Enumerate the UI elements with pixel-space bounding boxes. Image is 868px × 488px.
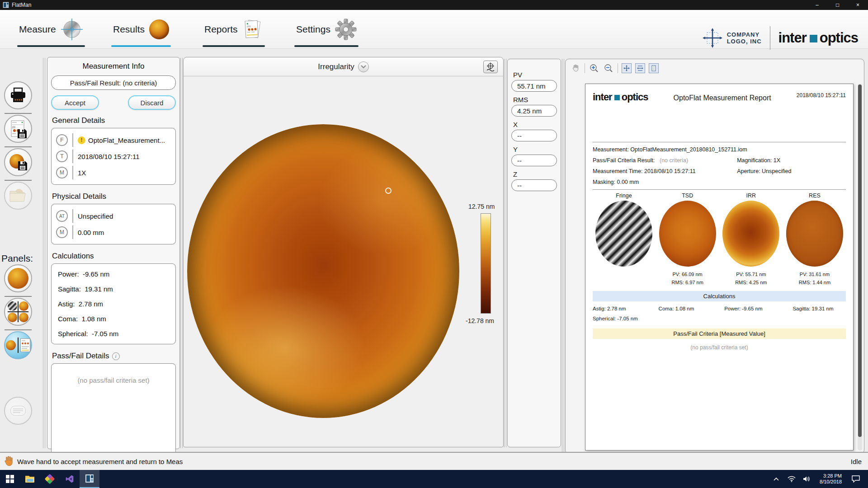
report-passfail-empty: (no pass/fail criteria set) [593, 344, 846, 351]
surface-heatmap[interactable] [187, 124, 459, 418]
panel-single-view-button[interactable] [4, 264, 32, 292]
general-details-heading: General Details [52, 116, 176, 125]
open-measurement-button[interactable] [4, 182, 32, 210]
report-scrollbar[interactable] [858, 84, 862, 450]
remove-tilt-button[interactable] [483, 61, 498, 73]
file-explorer-button[interactable] [20, 470, 40, 488]
fit-width-button[interactable] [635, 63, 645, 73]
readout-rms: RMS 4.25 nm [511, 96, 557, 117]
pan-hand-button[interactable] [570, 63, 581, 74]
close-button[interactable]: × [848, 0, 868, 10]
tray-expand-button[interactable] [770, 470, 783, 488]
chevron-up-icon [774, 477, 779, 481]
open-folder-icon [8, 186, 28, 206]
splitter-info-view[interactable] [180, 58, 183, 448]
maximize-button[interactable]: □ [827, 0, 848, 10]
calc-sagitta: Sagitta: 19.31 nm [58, 282, 169, 296]
report-toolbar [570, 62, 659, 75]
tab-reports[interactable]: Reports [204, 14, 263, 45]
report-calc-spherical: Spherical: -7.05 nm [593, 316, 846, 321]
diamond-app-icon [45, 474, 55, 484]
time-badge: T [56, 150, 68, 162]
system-tray: 3:28 PM 8/10/2018 [770, 470, 868, 488]
defect-ring-marker [385, 188, 392, 194]
builder-app-button[interactable] [40, 470, 60, 488]
report-measurement-line: Measurement: OptoFlatMeasurement_2018081… [593, 144, 846, 155]
report-scrollbar-thumb[interactable] [858, 84, 862, 437]
network-button[interactable] [785, 470, 798, 488]
panel-report-view-button[interactable] [4, 331, 32, 359]
window-titlebar: FlatMan – □ × [0, 0, 868, 10]
notes-panel-button[interactable] [4, 397, 32, 425]
zoom-out-button[interactable] [603, 63, 614, 74]
windows-logo-icon [6, 475, 14, 483]
magnification-badge: M [56, 167, 68, 178]
company-logo-line1: COMPANY [727, 31, 762, 38]
company-logo-icon [702, 27, 723, 49]
actual-size-icon [651, 65, 657, 71]
physical-details-heading: Physical Details [52, 192, 176, 201]
action-center-button[interactable] [848, 470, 863, 488]
taskbar-clock[interactable]: 3:28 PM 8/10/2018 [820, 473, 842, 485]
report-save-icon [9, 119, 28, 138]
results-disc-icon [149, 19, 169, 39]
gear-icon [335, 19, 357, 40]
zoom-in-button[interactable] [589, 63, 599, 74]
window-title: FlatMan [12, 2, 31, 8]
discard-button[interactable]: Discard [128, 95, 176, 110]
report-view-icon [6, 338, 30, 353]
start-button[interactable] [0, 470, 20, 488]
z-value: -- [511, 179, 557, 191]
flatman-taskbar-button[interactable] [80, 470, 99, 488]
target-wave-icon [486, 62, 495, 71]
pv-value: 55.71 nm [511, 80, 557, 92]
volume-button[interactable] [801, 470, 813, 488]
thumb-res: RES PV: 31.61 nmRMS: 1.44 nm [783, 192, 846, 286]
minimize-button[interactable]: – [807, 0, 827, 10]
calculations-box: Power: -9.65 nm Sagitta: 19.31 nm Astig:… [51, 263, 176, 344]
panel-quad-view-button[interactable] [4, 298, 32, 326]
speaker-icon [803, 476, 811, 482]
info-icon[interactable]: i [112, 352, 120, 360]
tab-results[interactable]: Results [113, 14, 169, 45]
view-selector-dropdown[interactable] [358, 61, 369, 72]
x-value: -- [511, 130, 557, 141]
detail-row-magnification: M 1X [56, 164, 171, 181]
company-logo-line2: LOGO, INC [727, 38, 762, 45]
report-time: Measurement Time: 2018/08/10 15:27:11 [593, 166, 737, 177]
readout-y: Y -- [511, 145, 557, 166]
accept-button[interactable]: Accept [51, 95, 99, 110]
y-value: -- [511, 155, 557, 166]
tab-settings[interactable]: Settings [296, 14, 357, 45]
folder-icon [25, 475, 35, 483]
passfail-details-box: (no pass/fail criteria set) [51, 363, 176, 465]
report-calculations-row: Astig: 2.78 nm Coma: 1.08 nm Power: -9.6… [593, 306, 846, 311]
tab-measure[interactable]: Measure [19, 14, 83, 45]
print-button[interactable] [4, 81, 32, 109]
splitter-view-readouts[interactable] [504, 59, 506, 447]
splitter-readouts-report[interactable] [562, 59, 564, 454]
detail-row-aperture: AT Unspecified [56, 208, 171, 224]
save-measurement-button[interactable] [4, 148, 32, 176]
brand-square [810, 35, 817, 42]
fit-width-icon [637, 65, 643, 71]
readout-pv: PV 55.71 nm [511, 71, 557, 92]
save-report-button[interactable] [4, 115, 32, 143]
surface-view-header: Irregularity [184, 57, 503, 76]
interoptics-logo: interoptics [778, 30, 858, 46]
fringe-image [595, 201, 652, 267]
report-calc-coma: Coma: 1.08 nm [659, 306, 725, 311]
report-brand-logo: interoptics [593, 91, 648, 103]
disc-save-icon [8, 152, 28, 172]
masking-badge: M [56, 226, 68, 238]
splitter-left[interactable] [43, 58, 45, 448]
report-page: interoptics OptoFlat Measurement Report … [585, 84, 854, 450]
readouts-panel: PV 55.71 nm RMS 4.25 nm X -- Y -- Z -- [507, 59, 561, 447]
actual-size-button[interactable] [649, 63, 659, 73]
visual-studio-button[interactable] [60, 470, 80, 488]
fit-page-button[interactable] [622, 63, 632, 73]
app-icon [3, 2, 9, 8]
warning-icon: ! [78, 136, 85, 144]
status-state: Idle [851, 458, 862, 465]
quad-view-icon [8, 301, 28, 322]
